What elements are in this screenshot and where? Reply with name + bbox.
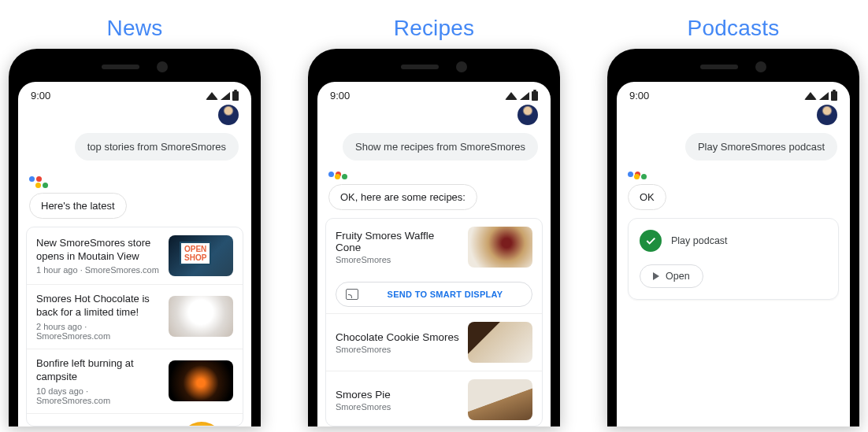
battery-icon: [232, 91, 239, 101]
status-bar: 9:00: [317, 82, 551, 105]
news-item[interactable]: New SmoreSmores store opens in Moutain V…: [27, 227, 243, 284]
news-list: New SmoreSmores store opens in Moutain V…: [26, 227, 243, 426]
recipe-list: Fruity Smores Waffle Cone SmoreSmores SE…: [325, 218, 543, 426]
news-item[interactable]: Smores Hot Chocolate is back for a limit…: [27, 284, 243, 349]
phone-screen: 9:00 Play SmoreSmores podcast OK: [617, 82, 850, 426]
checkmark-icon: [640, 230, 662, 252]
news-thumbnail: [180, 422, 224, 426]
open-button[interactable]: Open: [640, 264, 703, 288]
send-to-display-button[interactable]: SEND TO SMART DISPLAY: [336, 282, 532, 307]
open-label: Open: [666, 271, 690, 282]
phone-notch: [700, 61, 766, 72]
signal-icon: [520, 92, 529, 100]
phone-frame: 9:00 Show me recipes from SmoreSmores OK…: [308, 49, 560, 426]
phone-screen: 9:00 top stories from SmoreSmores Here's…: [18, 82, 251, 426]
avatar[interactable]: [517, 105, 538, 125]
news-thumbnail: [169, 360, 233, 401]
status-time: 9:00: [31, 90, 50, 102]
news-thumbnail: [169, 235, 233, 276]
phone-notch: [401, 61, 467, 72]
recipe-source: SmoreSmores: [336, 255, 460, 264]
news-title: Smores Hot Chocolate is back for a limit…: [36, 293, 161, 319]
podcast-card: Play podcast Open: [628, 218, 839, 300]
cast-icon: [346, 289, 358, 300]
wifi-icon: [804, 92, 817, 100]
recipe-source: SmoreSmores: [336, 402, 460, 412]
column-podcasts: Podcasts 9:00 Play SmoreSmores podcast: [607, 16, 859, 426]
assistant-reply-bubble: Here's the latest: [29, 193, 127, 219]
user-query-bubble: top stories from SmoreSmores: [75, 133, 239, 161]
phone-notch: [102, 61, 168, 72]
recipe-title: Fruity Smores Waffle Cone: [336, 230, 460, 253]
column-title: Recipes: [394, 16, 475, 41]
news-meta: 10 days ago · SmoreSmores.com: [36, 386, 161, 405]
user-query-bubble: Show me recipes from SmoreSmores: [343, 133, 538, 161]
avatar[interactable]: [218, 105, 239, 125]
news-title: SmoreSmores has a new logo!: [36, 424, 172, 426]
news-title: New SmoreSmores store opens in Moutain V…: [36, 237, 161, 264]
news-title: Bonfire left burning at campsite: [36, 357, 161, 384]
signal-icon: [221, 92, 230, 100]
play-icon: [653, 272, 659, 280]
column-title: Podcasts: [688, 16, 780, 41]
recipe-thumbnail: [468, 379, 532, 420]
wifi-icon: [505, 92, 517, 100]
recipe-item[interactable]: Fruity Smores Waffle Cone SmoreSmores: [326, 219, 542, 275]
status-bar: 9:00: [18, 82, 251, 105]
recipe-thumbnail: [468, 322, 532, 363]
send-label: SEND TO SMART DISPLAY: [368, 290, 522, 299]
news-meta: 1 hour ago · SmoreSmores.com: [36, 265, 161, 275]
assistant-reply-bubble: OK: [628, 184, 666, 210]
recipe-item[interactable]: Smores Pie SmoreSmores: [326, 371, 542, 426]
recipe-title: Smores Pie: [336, 389, 460, 401]
news-item[interactable]: SmoreSmores has a new logo! 15 days ago …: [27, 413, 243, 426]
column-title: News: [107, 16, 163, 41]
status-time: 9:00: [330, 90, 350, 102]
phone-screen: 9:00 Show me recipes from SmoreSmores OK…: [317, 82, 551, 426]
news-item[interactable]: Bonfire left burning at campsite 10 days…: [27, 349, 243, 413]
battery-icon: [532, 91, 538, 101]
assistant-reply-bubble: OK, here are some recipes:: [328, 184, 477, 210]
phone-frame: 9:00 top stories from SmoreSmores Here's…: [9, 49, 261, 426]
user-query-bubble: Play SmoreSmores podcast: [685, 133, 837, 161]
recipe-source: SmoreSmores: [336, 345, 460, 354]
news-meta: 2 hours ago · SmoreSmores.com: [36, 322, 161, 341]
recipe-title: Chocolate Cookie Smores: [336, 331, 460, 343]
column-news: News 9:00 top stories from SmoreSmores: [9, 16, 261, 426]
news-thumbnail: [169, 296, 233, 337]
column-recipes: Recipes 9:00 Show me recipes from SmoreS…: [308, 16, 560, 426]
recipe-item[interactable]: Chocolate Cookie Smores SmoreSmores: [326, 313, 542, 371]
wifi-icon: [206, 92, 218, 100]
status-time: 9:00: [629, 90, 649, 102]
phone-frame: 9:00 Play SmoreSmores podcast OK: [607, 49, 859, 426]
avatar[interactable]: [817, 105, 837, 125]
battery-icon: [831, 91, 837, 101]
signal-icon: [819, 92, 829, 100]
status-bar: 9:00: [617, 82, 850, 105]
recipe-thumbnail: [468, 227, 532, 268]
podcast-status-label: Play podcast: [671, 235, 728, 246]
